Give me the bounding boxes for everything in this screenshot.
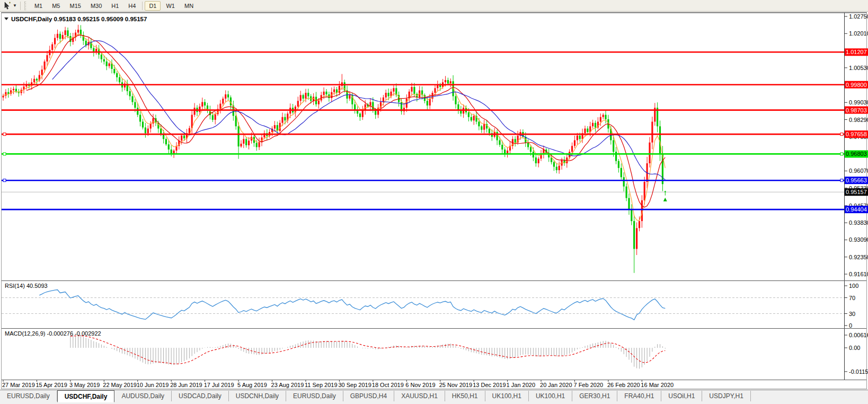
candle-wicks-up	[3, 25, 655, 255]
date-axis-label: 13 Dec 2019	[473, 382, 506, 388]
chart-window-border	[2, 13, 867, 389]
date-axis: 27 Mar 201915 Apr 20193 May 201922 May 2…	[2, 380, 674, 388]
symbol-tab-fra40-h1[interactable]: FRA40,H1	[617, 391, 661, 401]
symbol-tabbar: EURUSD,DailyUSDCHF,DailyAUDUSD,DailyUSDC…	[0, 390, 868, 404]
date-axis-label: 27 Mar 2019	[2, 382, 35, 388]
symbol-tab-eurusd-daily[interactable]: EURUSD,Daily	[286, 391, 343, 401]
macd-axis-label: -0.011531	[849, 368, 868, 375]
symbol-tab-hk50-h1[interactable]: HK50,H1	[445, 391, 485, 401]
rsi-line	[39, 290, 665, 320]
price-axis: 1.027501.020101.012701.005300.997900.990…	[845, 13, 868, 375]
price-axis-label: 0.93830	[849, 219, 868, 226]
hline-handle[interactable]	[840, 133, 843, 136]
hline-price-chip-label: 0.96803	[846, 151, 867, 157]
macd-histogram	[70, 335, 665, 369]
hline-price-chip-label: 1.01207	[846, 49, 867, 55]
date-axis-label: 18 Oct 2019	[372, 382, 404, 388]
hline-price-chip-label: 0.95663	[846, 177, 867, 183]
rsi-axis-label: 30	[849, 311, 855, 317]
hline-handle[interactable]	[3, 153, 6, 155]
symbol-tab-xauusd-h1[interactable]: XAUUSD,H1	[394, 391, 445, 401]
price-axis-label: 0.93090	[849, 236, 868, 243]
date-axis-label: 30 Sep 2019	[338, 382, 371, 388]
hline-price-chip-label: 0.94404	[846, 206, 867, 213]
hline-price-chip-label: 0.97658	[846, 131, 867, 137]
candle-bodies-down	[7, 30, 666, 249]
date-axis-label: 6 Nov 2019	[405, 382, 435, 388]
symbol-tab-ger30-h1[interactable]: GER30,H1	[572, 391, 617, 401]
chart-frame	[2, 13, 867, 389]
symbol-tab-gbpusd-h4[interactable]: GBPUSD,H4	[343, 391, 394, 401]
date-axis-label: 28 Jun 2019	[170, 382, 202, 388]
macd-pane	[70, 335, 665, 369]
hline-handle[interactable]	[3, 133, 6, 136]
date-axis-label: 5 Aug 2019	[237, 382, 267, 388]
price-axis-label: 0.99030	[849, 99, 868, 106]
date-axis-label: 26 Feb 2020	[607, 382, 640, 388]
date-axis-label: 23 Aug 2019	[271, 382, 304, 388]
rsi-pane-label: RSI(14) 40.5093	[5, 283, 48, 289]
date-axis-label: 17 Jul 2019	[204, 382, 234, 388]
symbol-tab-usdcnh-daily[interactable]: USDCNH,Daily	[229, 391, 286, 401]
macd-axis-label: 0.00	[849, 345, 860, 351]
price-axis-label: 1.00530	[849, 65, 868, 71]
chart-title: USDCHF,Daily 0.95183 0.95215 0.95009 0.9…	[11, 16, 147, 22]
symbol-tab-usdchf-daily[interactable]: USDCHF,Daily	[57, 390, 115, 402]
hline-handle[interactable]	[3, 179, 6, 182]
date-axis-label: 20 Jan 2020	[540, 382, 572, 388]
symbol-tab-uk100-h1[interactable]: UK100,H1	[529, 391, 572, 401]
symbol-tab-usdcad-daily[interactable]: USDCAD,Daily	[172, 391, 229, 401]
ma-line-ema-fast	[3, 34, 665, 221]
hline-price-chip-label: 0.99800	[846, 82, 867, 88]
rsi-axis-label: 100	[849, 283, 858, 289]
trading-terminal: { "toolbar": { "cursor_tool": "crosshair…	[0, 0, 868, 404]
date-axis-label: 1 Jan 2020	[507, 382, 535, 388]
macd-pane-label: MACD(12,26,9) -0.000276 -0.002922	[5, 330, 101, 337]
price-axis-label: 1.02010	[849, 30, 868, 37]
date-axis-label: 7 Feb 2020	[573, 382, 603, 388]
chart-canvas[interactable]: 1.027501.020101.012701.005300.997900.990…	[0, 0, 868, 390]
rsi-pane	[2, 290, 844, 320]
hline-price-chip-label: 0.98703	[846, 107, 867, 113]
price-axis-label: 0.91610	[849, 271, 868, 277]
price-pane	[2, 25, 844, 273]
ma-line-sma-mid	[26, 35, 665, 207]
date-axis-label: 11 Sep 2019	[305, 382, 338, 388]
price-axis-label: 0.96070	[849, 168, 868, 174]
hline-handle[interactable]	[840, 153, 843, 155]
symbol-tab-audusd-daily[interactable]: AUDUSD,Daily	[114, 391, 172, 401]
macd-signal-line	[70, 336, 665, 364]
date-axis-label: 25 Nov 2019	[439, 382, 472, 388]
date-axis-label: 16 Mar 2020	[641, 382, 674, 388]
price-axis-label: 1.02750	[849, 13, 868, 20]
symbol-tab-usdjpy-h1[interactable]: USDJPY,H1	[702, 391, 750, 401]
candle-bodies-up	[2, 30, 656, 249]
rsi-axis-label: 0	[849, 322, 852, 329]
symbol-tab-eurusd-daily[interactable]: EURUSD,Daily	[0, 391, 57, 401]
rsi-axis-label: 70	[849, 295, 855, 301]
price-axis-label: 0.98290	[849, 117, 868, 123]
pane-labels: USDCHF,Daily 0.95183 0.95215 0.95009 0.9…	[4, 16, 147, 337]
date-axis-label: 3 May 2019	[69, 382, 100, 388]
current-price-chip-label: 0.95157	[846, 189, 867, 195]
macd-axis-label: 0.006167	[849, 332, 868, 338]
hline-handle[interactable]	[840, 179, 843, 182]
price-axis-label: 0.92350	[849, 254, 868, 260]
date-axis-label: 10 Jun 2019	[137, 382, 169, 388]
symbol-tab-uk100-h1[interactable]: UK100,H1	[485, 391, 529, 401]
symbol-tab-usoil-h1[interactable]: USOil,H1	[661, 391, 702, 401]
buy-signal-arrow-icon	[663, 198, 667, 201]
date-axis-label: 22 May 2019	[103, 382, 137, 388]
date-axis-label: 15 Apr 2019	[36, 382, 67, 388]
chart-title-collapse-icon[interactable]	[4, 17, 8, 20]
